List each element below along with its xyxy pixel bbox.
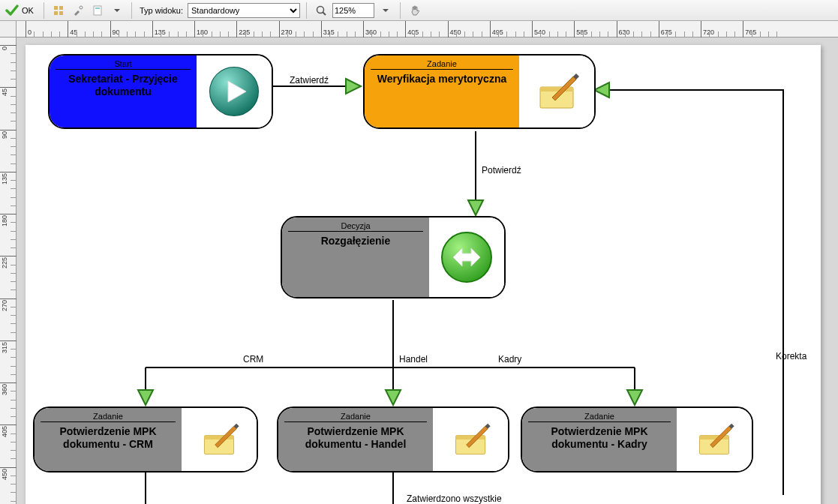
- canvas[interactable]: Zatwierdź Potwierdź CRM Handel Kadry Kor…: [17, 38, 838, 504]
- play-icon: [207, 64, 261, 118]
- zoom-dropdown-button[interactable]: [377, 2, 394, 19]
- node-caption: Decyzja: [288, 220, 423, 232]
- pan-button[interactable]: [407, 2, 423, 19]
- node-caption: Zadanie: [41, 411, 176, 422]
- node-task-crm[interactable]: Zadanie Potwierdzenie MPK dokumentu - CR…: [33, 406, 258, 472]
- svg-rect-1: [59, 6, 63, 10]
- zoom-tool-button[interactable]: [313, 2, 329, 19]
- node-title: Potwierdzenie MPK dokumentu - Kadry: [528, 425, 671, 451]
- dropdown-icon: [113, 4, 121, 16]
- ok-label: OK: [22, 6, 34, 15]
- select-icon: [53, 4, 65, 16]
- tools-icon: [72, 4, 84, 16]
- svg-point-4: [80, 6, 83, 9]
- magnifier-icon: [315, 4, 327, 16]
- app-root: OK Typ widoku: Standardowy: [0, 0, 838, 504]
- edge-label-korekta: Korekta: [776, 351, 806, 362]
- view-type-label: Typ widoku:: [140, 6, 183, 15]
- ok-button[interactable]: OK: [3, 2, 38, 19]
- ruler-corner: [0, 21, 17, 38]
- view-type-select[interactable]: Standardowy: [188, 3, 300, 18]
- note-icon: [530, 64, 584, 118]
- node-decision[interactable]: Decyzja Rozgałęzienie: [281, 216, 506, 298]
- tool-button-3[interactable]: [89, 2, 106, 19]
- node-verify[interactable]: Zadanie Weryfikacja merytoryczna: [363, 54, 596, 129]
- tool-button-2[interactable]: [70, 2, 86, 19]
- edge-label-crm: CRM: [243, 354, 263, 364]
- node-title: Sekretariat - Przyjęcie dokumentu: [56, 73, 191, 98]
- svg-rect-5: [94, 6, 101, 15]
- note-icon: [446, 416, 494, 464]
- edge-label-handel: Handel: [399, 354, 428, 364]
- zoom-input[interactable]: [332, 3, 374, 18]
- ruler-vertical: 04590135180225270315360405450495: [0, 38, 17, 504]
- svg-rect-0: [54, 6, 58, 10]
- node-caption: Zadanie: [528, 411, 671, 422]
- toolbar: OK Typ widoku: Standardowy: [0, 0, 838, 21]
- node-task-kadry[interactable]: Zadanie Potwierdzenie MPK dokumentu - Ka…: [521, 406, 753, 472]
- svg-rect-2: [54, 11, 58, 15]
- node-caption: Zadanie: [371, 58, 513, 70]
- svg-rect-3: [59, 11, 63, 15]
- swap-icon: [438, 229, 495, 286]
- node-caption: Start: [56, 58, 191, 70]
- node-task-handel[interactable]: Zadanie Potwierdzenie MPK dokumentu - Ha…: [277, 406, 509, 472]
- note-icon: [690, 416, 738, 464]
- ruler-horizontal: 0459013518022527031536040545049554058563…: [17, 21, 838, 38]
- edge-label-kadry: Kadry: [498, 354, 521, 364]
- svg-line-8: [323, 12, 326, 15]
- node-title: Rozgałęzienie: [321, 235, 391, 248]
- tool-button-1[interactable]: [50, 2, 67, 19]
- chevron-down-icon: [382, 4, 389, 16]
- tool-button-4[interactable]: [109, 2, 125, 19]
- edge-label-potwierdz: Potwierdź: [482, 165, 521, 176]
- edge-label-zatwierdzono: Zatwierdzono wszystkie: [407, 494, 502, 504]
- node-title: Weryfikacja merytoryczna: [377, 73, 507, 86]
- workspace: 0459013518022527031536040545049554058563…: [0, 21, 838, 504]
- node-title: Potwierdzenie MPK dokumentu - Handel: [284, 425, 427, 451]
- page: Zatwierdź Potwierdź CRM Handel Kadry Kor…: [26, 45, 821, 504]
- node-title: Potwierdzenie MPK dokumentu - CRM: [41, 425, 176, 451]
- hand-icon: [409, 4, 421, 16]
- svg-rect-6: [95, 8, 100, 9]
- node-start[interactable]: Start Sekretariat - Przyjęcie dokumentu: [48, 54, 273, 129]
- node-caption: Zadanie: [284, 411, 427, 422]
- check-icon: [5, 4, 19, 17]
- note-icon: [195, 416, 243, 464]
- page-icon: [92, 4, 104, 16]
- edge-label-zatwierdz: Zatwierdź: [290, 75, 329, 86]
